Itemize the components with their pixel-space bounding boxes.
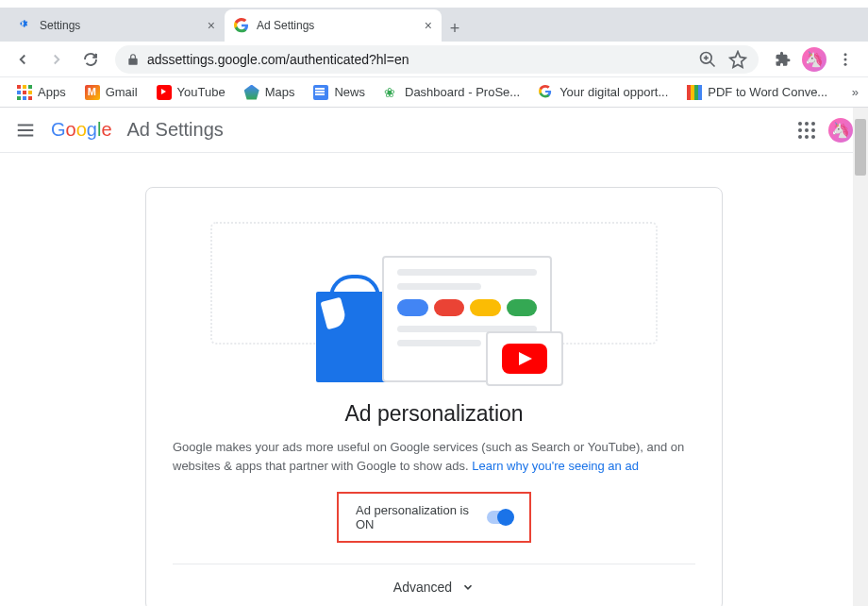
url-text: adssettings.google.com/authenticated?hl=… <box>147 52 409 67</box>
tab-ad-settings[interactable]: Ad Settings × <box>225 9 442 42</box>
personalization-toggle-box: Ad personalization is ON <box>337 492 531 543</box>
tab-title: Settings <box>40 19 80 32</box>
bookmarks-bar: Apps Gmail YouTube Maps News ❀Dashboard … <box>0 77 868 108</box>
apps-grid-icon <box>17 85 32 100</box>
page-header: Google Ad Settings 🦄 <box>0 108 868 153</box>
apps-label: Apps <box>38 85 66 99</box>
svg-point-1 <box>844 53 847 56</box>
youtube-icon <box>157 85 172 100</box>
chevron-down-icon <box>461 581 475 594</box>
pdf-icon <box>687 85 702 100</box>
hamburger-icon[interactable] <box>15 120 36 141</box>
google-g-icon <box>539 85 554 100</box>
scrollbar[interactable] <box>853 108 868 606</box>
illustration <box>173 214 695 382</box>
back-button[interactable] <box>8 44 38 75</box>
tab-title: Ad Settings <box>257 19 314 32</box>
apps-shortcut[interactable]: Apps <box>9 81 74 104</box>
bookmark-maps[interactable]: Maps <box>237 81 303 104</box>
bookmark-dashboard[interactable]: ❀Dashboard - ProSe... <box>376 81 527 104</box>
google-apps-icon[interactable] <box>798 122 815 139</box>
gear-icon <box>17 18 32 33</box>
dashboard-icon: ❀ <box>384 85 399 100</box>
bookmark-news[interactable]: News <box>306 81 373 104</box>
bookmarks-overflow[interactable]: » <box>852 85 859 99</box>
menu-icon[interactable] <box>830 44 860 75</box>
youtube-mock-icon <box>486 331 563 386</box>
svg-point-3 <box>844 62 847 65</box>
lock-icon <box>126 53 140 66</box>
browser-toolbar: adssettings.google.com/authenticated?hl=… <box>0 42 868 77</box>
account-avatar[interactable]: 🦄 <box>828 118 853 143</box>
advanced-toggle[interactable]: Advanced <box>173 564 695 606</box>
google-icon <box>234 18 249 33</box>
card-heading: Ad personalization <box>173 401 695 427</box>
extensions-icon[interactable] <box>768 44 798 75</box>
zoom-icon[interactable] <box>698 50 717 69</box>
learn-why-link[interactable]: Learn why you're seeing an ad <box>472 459 639 473</box>
page-title: Ad Settings <box>127 119 224 141</box>
reload-button[interactable] <box>75 44 106 75</box>
new-tab-button[interactable]: + <box>442 15 468 42</box>
tab-close-icon[interactable]: × <box>208 18 215 33</box>
tab-settings[interactable]: Settings × <box>8 9 225 42</box>
google-logo: Google <box>51 119 112 141</box>
bookmark-gmail[interactable]: Gmail <box>77 81 145 104</box>
scroll-thumb[interactable] <box>855 119 866 176</box>
news-icon <box>313 85 328 100</box>
forward-button[interactable] <box>42 44 72 75</box>
bookmark-digital[interactable]: Your digital opport... <box>531 81 676 104</box>
star-icon[interactable] <box>728 50 747 69</box>
svg-point-2 <box>844 58 847 60</box>
address-bar[interactable]: adssettings.google.com/authenticated?hl=… <box>115 45 759 74</box>
ad-personalization-card: Ad personalization Google makes your ads… <box>145 187 723 606</box>
shopping-bag-icon <box>316 292 390 382</box>
maps-icon <box>244 85 259 100</box>
bookmark-pdf[interactable]: PDF to Word Conve... <box>679 81 835 104</box>
tab-strip: Settings × Ad Settings × + <box>0 8 868 42</box>
tab-close-icon[interactable]: × <box>425 18 432 33</box>
personalization-toggle[interactable] <box>487 511 512 524</box>
card-description: Google makes your ads more useful on Goo… <box>173 438 695 475</box>
profile-avatar[interactable]: 🦄 <box>802 47 826 72</box>
bookmark-youtube[interactable]: YouTube <box>149 81 233 104</box>
gmail-icon <box>85 85 100 100</box>
toggle-label: Ad personalization is ON <box>356 503 477 531</box>
